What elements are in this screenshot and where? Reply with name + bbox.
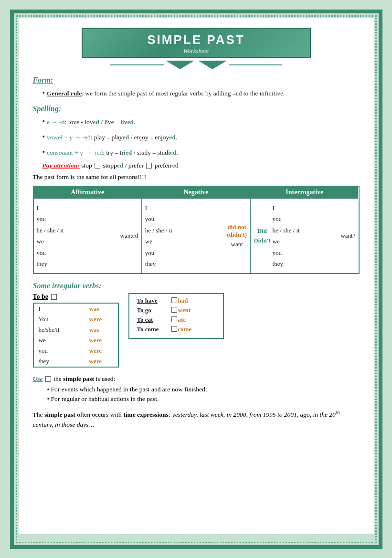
title-box: SIMPLE PAST Worksheet xyxy=(82,28,311,58)
use-section: Use the simple past is used: For events … xyxy=(33,375,360,430)
interrogative-verb: want? xyxy=(340,232,355,240)
use-bullet-1: For events which happened in the past an… xyxy=(47,386,360,393)
tocome-row: To come came xyxy=(137,326,215,333)
pay-attention-item: Pay attention: stop stopped / prefer pre… xyxy=(42,162,360,169)
checkbox-2 xyxy=(146,163,152,168)
deco-triangle-left xyxy=(166,61,194,69)
spelling-label: Spelling: xyxy=(33,105,360,113)
interrogative-didnt: Didn't xyxy=(254,237,270,244)
general-rule-label: General rule xyxy=(47,90,82,97)
tobe-row-2: You were xyxy=(34,314,118,325)
page-title: SIMPLE PAST xyxy=(92,32,300,47)
tohave-checkbox xyxy=(171,297,177,303)
interrogative-aux-group: Did Didn't xyxy=(254,227,270,244)
conjugation-tables: Affirmative Iyouhe / she / itweyouthey w… xyxy=(33,186,360,274)
interrogative-did: Did xyxy=(257,227,267,235)
deco-line-left xyxy=(110,64,164,65)
affirmative-pronouns: Iyouhe / she / itweyouthey xyxy=(37,202,120,269)
affirmative-table: Affirmative Iyouhe / she / itweyouthey w… xyxy=(34,187,142,273)
interrogative-pronouns: Iyouhe / she / itweyouthey xyxy=(273,202,341,269)
affirmative-header: Affirmative xyxy=(34,187,141,199)
tobe-row-1: I was xyxy=(34,304,118,314)
other-verbs-table: To have had To go went To eat ate To com… xyxy=(128,293,224,339)
tobe-row-5: you were xyxy=(34,346,118,356)
form-label: Form: xyxy=(33,76,360,84)
use-checkbox xyxy=(45,376,51,382)
page-border: SIMPLE PAST Worksheet Form: General rule… xyxy=(10,10,382,549)
irregular-label: Some irregular verbs: xyxy=(33,282,360,290)
negative-verb-group: did not(didn't) want xyxy=(227,223,247,248)
interrogative-body: Did Didn't Iyouhe / she / itweyouthey wa… xyxy=(251,199,358,273)
toeat-checkbox xyxy=(171,316,177,322)
negative-table: Negative Iyouhe / she / itweyouthey did … xyxy=(142,187,251,273)
general-rule-text: : we form the simple past of most regula… xyxy=(82,90,285,97)
togo-checkbox xyxy=(171,307,177,313)
tobe-row-6: they were xyxy=(34,356,118,367)
negative-body: Iyouhe / she / itweyouthey did not(didn'… xyxy=(142,199,250,273)
tobe-section: To be I was You were he/she/it was xyxy=(33,293,119,368)
spelling-rule-2: vowel + y → -ed: play – played / enjoy –… xyxy=(42,131,360,143)
interrogative-header: Interrogative xyxy=(251,187,358,199)
use-intro: Use the simple past is used: xyxy=(33,375,360,383)
tobe-table: I was You were he/she/it was we were xyxy=(33,303,119,368)
negative-did-not: did not(didn't) xyxy=(227,223,247,239)
tobe-row-3: he/she/it was xyxy=(34,325,118,335)
tobe-label: To be xyxy=(33,293,119,301)
interrogative-table: Interrogative Did Didn't Iyouhe / she / … xyxy=(251,187,358,273)
affirmative-verb: wanted xyxy=(120,232,138,240)
general-rule: General rule: we form the simple past of… xyxy=(42,87,360,99)
deco-line-right xyxy=(229,64,282,65)
tobe-checkbox xyxy=(51,294,57,300)
past-form-note: The past form is the same for all person… xyxy=(33,173,360,181)
negative-header: Negative xyxy=(142,187,250,199)
deco-triangle-right xyxy=(198,61,227,69)
spelling-rule-1: e → -d: love - loved / live – lived. xyxy=(42,116,360,127)
irregular-tables-row: To be I was You were he/she/it was xyxy=(33,293,360,368)
spelling-rule-3: consonant + y → -ied: try – tried / stud… xyxy=(42,147,360,158)
tohave-row: To have had xyxy=(137,297,215,305)
page-subtitle: Worksheet xyxy=(92,47,300,55)
checkbox-1 xyxy=(95,163,100,168)
togo-row: To go went xyxy=(137,306,215,314)
use-label: Use xyxy=(33,375,43,382)
page-content: SIMPLE PAST Worksheet Form: General rule… xyxy=(19,18,374,534)
negative-base: want xyxy=(231,241,243,248)
tobe-row-4: we were xyxy=(34,335,118,346)
time-expressions: The simple past often occurs with time e… xyxy=(33,408,360,430)
tocome-checkbox xyxy=(171,326,177,332)
affirmative-body: Iyouhe / she / itweyouthey wanted xyxy=(34,199,141,273)
use-bullet-2: For regular or habitual actions in the p… xyxy=(47,395,360,403)
pay-attention-label: Pay attention: xyxy=(42,162,80,169)
title-decoration xyxy=(110,61,282,69)
negative-pronouns: Iyouhe / she / itweyouthey xyxy=(145,202,227,269)
toeat-row: To eat ate xyxy=(137,316,215,324)
